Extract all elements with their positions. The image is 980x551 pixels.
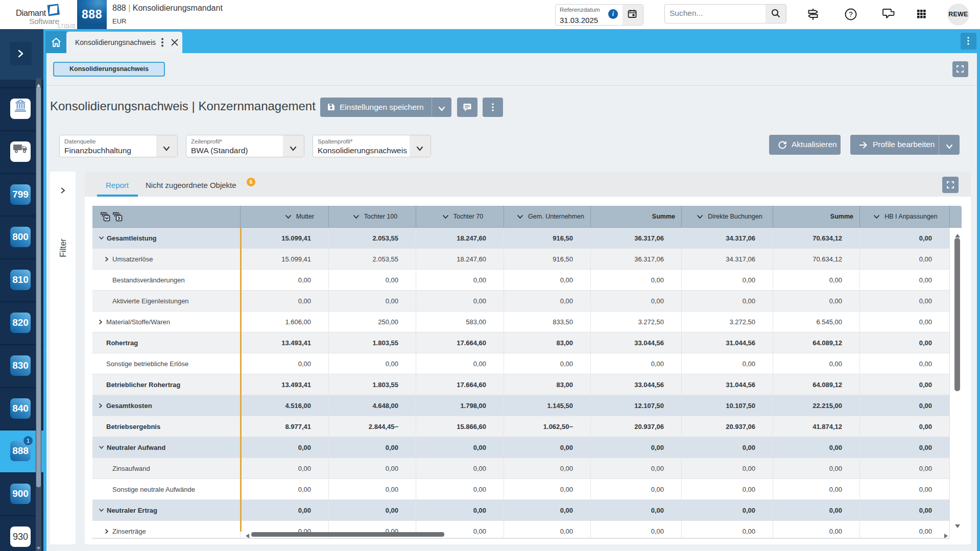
svg-text:?: ? (849, 10, 853, 18)
svg-text:Diamant: Diamant (16, 8, 46, 17)
svg-text:Software: Software (29, 17, 59, 26)
svg-text:1.7.03-01: 1.7.03-01 (57, 23, 76, 29)
